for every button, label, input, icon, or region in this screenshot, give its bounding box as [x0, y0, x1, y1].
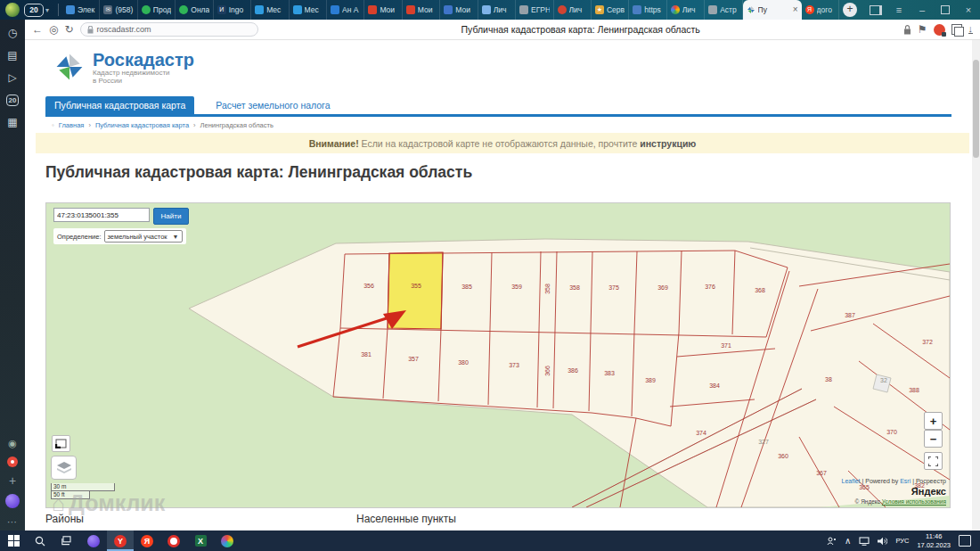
browser-tab[interactable]: ✉(958): [100, 0, 137, 20]
browser-tab[interactable]: Лич: [554, 0, 592, 20]
parcel-label-360[interactable]: 360: [778, 453, 788, 459]
section-naselennye-punkty[interactable]: Населенные пункты: [356, 513, 456, 525]
tab-counter[interactable]: 20 ▾: [24, 4, 49, 17]
yandex-browser-button[interactable]: Y: [107, 530, 134, 551]
parcel-label-358[interactable]: 358: [544, 284, 551, 294]
zoom-in-button[interactable]: +: [924, 412, 943, 430]
extension-status-icon[interactable]: ◉: [4, 434, 21, 452]
cadastral-map[interactable]: 3563553853593583583753693763683813573803…: [45, 202, 951, 508]
tab-counter[interactable]: 20: [4, 91, 21, 109]
restore-button[interactable]: [934, 0, 957, 20]
parcel-label-359[interactable]: 359: [511, 284, 522, 290]
refresh-icon[interactable]: ↻: [64, 23, 73, 36]
parcel-label-327[interactable]: 327: [758, 439, 769, 445]
layers-button[interactable]: [51, 456, 77, 480]
parcel-label-384[interactable]: 384: [709, 382, 720, 389]
breadcrumb-item[interactable]: Главная: [59, 121, 85, 129]
terms-link[interactable]: Условия использования: [882, 498, 946, 505]
browser-tab[interactable]: Астр: [705, 0, 742, 20]
parcel-label-357[interactable]: 357: [408, 356, 419, 362]
parcel-label-376[interactable]: 376: [705, 284, 715, 290]
browser-tab[interactable]: ИIngo: [214, 0, 251, 20]
download-icon[interactable]: ↓: [968, 25, 974, 34]
paint-app-button[interactable]: [214, 530, 241, 551]
parcel-label-372[interactable]: 372: [922, 339, 933, 345]
parcel-label-373[interactable]: 373: [509, 362, 519, 368]
parcel-label-380[interactable]: 380: [458, 359, 469, 366]
lock-icon[interactable]: [903, 25, 911, 35]
browser-tab[interactable]: Прод: [138, 0, 176, 20]
address-bar[interactable]: roscadastr.com: [80, 22, 258, 37]
task-view-button[interactable]: [53, 530, 80, 551]
parcel-label-371[interactable]: 371: [721, 342, 731, 349]
zoom-out-button[interactable]: −: [924, 430, 943, 448]
notification-center-icon[interactable]: [959, 535, 971, 547]
filter-select[interactable]: земельный участок▼: [104, 230, 183, 243]
fullscreen-button[interactable]: [924, 452, 943, 470]
instruction-link[interactable]: инструкцию: [640, 138, 696, 149]
start-button[interactable]: [0, 530, 27, 551]
parcel-label-375[interactable]: 375: [608, 284, 619, 291]
clock[interactable]: 11:46 17.02.2023: [917, 532, 951, 549]
parcel-label-355[interactable]: 355: [411, 283, 421, 289]
new-tab-button[interactable]: +: [843, 3, 857, 17]
parcel-label-387[interactable]: 387: [845, 312, 855, 318]
browser-tab[interactable]: ЕГРН: [516, 0, 553, 20]
tray-expand-icon[interactable]: ∧: [845, 536, 851, 546]
parcel-label-388[interactable]: 388: [909, 387, 919, 393]
network-icon[interactable]: [859, 537, 870, 546]
nav-tab-land-tax[interactable]: Расчет земельного налога: [207, 96, 339, 114]
parcel-label-381[interactable]: 381: [361, 351, 372, 358]
browser-tab[interactable]: Ядого: [802, 0, 839, 20]
parcel-label-389[interactable]: 389: [645, 377, 656, 383]
parcel-label-367[interactable]: 367: [816, 470, 827, 476]
parcel-label-366[interactable]: 366: [544, 366, 551, 376]
collections-icon[interactable]: [951, 24, 962, 35]
parcel-label-358[interactable]: 358: [569, 284, 580, 291]
tab-groups-icon[interactable]: ▤: [4, 46, 21, 64]
parcel-label-356[interactable]: 356: [363, 283, 374, 289]
video-player-icon[interactable]: ▷: [4, 69, 21, 86]
browser-tab[interactable]: Лич: [478, 0, 516, 20]
parcel-label-368[interactable]: 368: [755, 287, 765, 293]
site-logo[interactable]: Роскадастр Кадастр недвижимости в России: [53, 51, 194, 85]
close-button[interactable]: ×: [957, 0, 980, 20]
parcel-label-383[interactable]: 383: [604, 370, 615, 376]
parcel-label-385[interactable]: 385: [461, 284, 472, 290]
browser-tab[interactable]: Онла: [176, 0, 213, 20]
excel-button[interactable]: X: [187, 530, 214, 551]
browser-tab[interactable]: ★Серв: [592, 0, 629, 20]
alice-icon[interactable]: [5, 494, 20, 508]
cadastral-map-canvas[interactable]: 3563553853593583583753693763683813573803…: [46, 203, 950, 507]
location-pin-icon[interactable]: [7, 456, 18, 467]
taskbar-search-button[interactable]: [27, 530, 53, 551]
yandex-protect-icon[interactable]: ◎: [49, 23, 58, 36]
breadcrumb-item[interactable]: Публичная кадастровая карта: [95, 121, 189, 129]
browser-tab[interactable]: Мес: [290, 0, 327, 20]
screen-share-icon[interactable]: ▦: [4, 113, 21, 131]
bookmark-flag-icon[interactable]: ⚑: [918, 23, 927, 36]
browser-tab[interactable]: https: [629, 0, 666, 20]
parcel-label-369[interactable]: 369: [657, 284, 668, 291]
scrollbar-thumb[interactable]: [973, 60, 979, 158]
alice-app-button[interactable]: [80, 530, 107, 551]
parcel-label-374[interactable]: 374: [696, 430, 706, 436]
leaflet-link[interactable]: Leaflet: [842, 478, 861, 484]
tab-close-icon[interactable]: ×: [793, 5, 798, 14]
esri-link[interactable]: Esri: [900, 478, 911, 484]
yandex-app-button[interactable]: Я: [134, 530, 160, 551]
menu-icon[interactable]: ≡: [887, 0, 911, 20]
back-icon[interactable]: ←: [32, 23, 43, 36]
browser-tab[interactable]: Элек: [62, 0, 100, 20]
volume-icon[interactable]: [878, 537, 887, 546]
scrollbar[interactable]: [972, 40, 980, 530]
extent-control-button[interactable]: [52, 435, 70, 452]
more-icon[interactable]: ⋯: [4, 513, 21, 530]
history-icon[interactable]: ◷: [4, 24, 21, 42]
browser-tab[interactable]: Мои: [403, 0, 440, 20]
adblock-extension-icon[interactable]: [934, 24, 945, 36]
browser-tab-active[interactable]: Пу×: [743, 0, 802, 20]
search-button[interactable]: Найти: [153, 208, 189, 225]
browser-tab[interactable]: Мес: [251, 0, 289, 20]
opera-button[interactable]: [160, 530, 187, 551]
